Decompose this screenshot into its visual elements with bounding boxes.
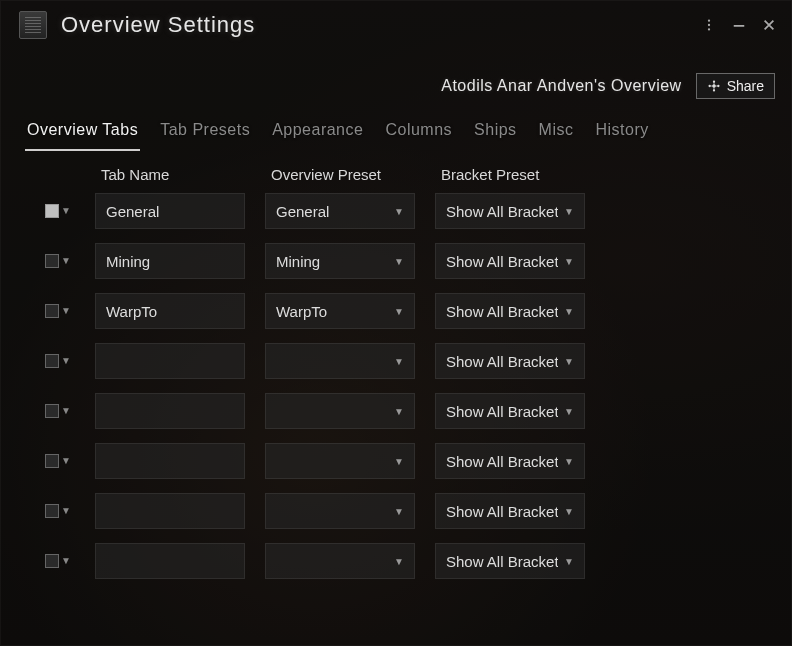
overview-preset-select[interactable]: ▼ bbox=[265, 493, 415, 529]
chevron-down-icon: ▼ bbox=[394, 206, 404, 217]
select-value: Show All Brackets bbox=[446, 503, 558, 520]
chevron-down-icon: ▼ bbox=[564, 506, 574, 517]
color-picker[interactable]: ▼ bbox=[45, 304, 95, 318]
more-options-button[interactable] bbox=[701, 17, 717, 33]
chevron-down-icon: ▼ bbox=[61, 356, 71, 366]
bracket-preset-select[interactable]: Show All Brackets▼ bbox=[435, 293, 585, 329]
overview-settings-window: Overview Settings Atodils Anar Andven's … bbox=[0, 0, 792, 646]
select-value: General bbox=[276, 203, 388, 220]
chevron-down-icon: ▼ bbox=[394, 256, 404, 267]
overview-preset-select[interactable]: ▼ bbox=[265, 543, 415, 579]
bracket-preset-select[interactable]: Show All Brackets▼ bbox=[435, 493, 585, 529]
share-button[interactable]: Share bbox=[696, 73, 775, 99]
chevron-down-icon: ▼ bbox=[61, 456, 71, 466]
select-value: Show All Brackets bbox=[446, 553, 558, 570]
bracket-preset-select[interactable]: Show All Brackets▼ bbox=[435, 543, 585, 579]
tab-history[interactable]: History bbox=[593, 117, 650, 151]
color-swatch bbox=[45, 404, 59, 418]
tab-name-input[interactable] bbox=[95, 343, 245, 379]
tab-ships[interactable]: Ships bbox=[472, 117, 519, 151]
close-button[interactable] bbox=[761, 17, 777, 33]
color-picker[interactable]: ▼ bbox=[45, 204, 95, 218]
bracket-preset-select[interactable]: Show All Brackets▼ bbox=[435, 393, 585, 429]
share-icon bbox=[707, 79, 721, 93]
chevron-down-icon: ▼ bbox=[61, 206, 71, 216]
select-value: Show All Brackets bbox=[446, 403, 558, 420]
tab-name-input[interactable]: General bbox=[95, 193, 245, 229]
rows-container: ▼GeneralGeneral▼Show All Brackets▼▼Minin… bbox=[45, 193, 767, 579]
tab-strip: Overview TabsTab PresetsAppearanceColumn… bbox=[1, 107, 791, 152]
select-value: Show All Brackets bbox=[446, 303, 558, 320]
tab-appearance[interactable]: Appearance bbox=[270, 117, 365, 151]
tab-name-input[interactable] bbox=[95, 543, 245, 579]
tab-name-input[interactable]: Mining bbox=[95, 243, 245, 279]
tab-name-input[interactable] bbox=[95, 393, 245, 429]
chevron-down-icon: ▼ bbox=[564, 556, 574, 567]
table-row: ▼▼Show All Brackets▼ bbox=[45, 493, 767, 529]
chevron-down-icon: ▼ bbox=[564, 256, 574, 267]
table-row: ▼▼Show All Brackets▼ bbox=[45, 343, 767, 379]
chevron-down-icon: ▼ bbox=[61, 256, 71, 266]
chevron-down-icon: ▼ bbox=[394, 406, 404, 417]
select-value: Show All Brackets bbox=[446, 253, 558, 270]
bracket-preset-select[interactable]: Show All Brackets▼ bbox=[435, 193, 585, 229]
color-picker[interactable]: ▼ bbox=[45, 454, 95, 468]
titlebar: Overview Settings bbox=[1, 1, 791, 45]
overview-preset-select[interactable]: ▼ bbox=[265, 393, 415, 429]
table-row: ▼▼Show All Brackets▼ bbox=[45, 443, 767, 479]
svg-point-0 bbox=[708, 19, 710, 21]
chevron-down-icon: ▼ bbox=[564, 356, 574, 367]
color-swatch bbox=[45, 554, 59, 568]
overview-owner-label: Atodils Anar Andven's Overview bbox=[441, 77, 681, 95]
color-swatch bbox=[45, 354, 59, 368]
tab-name-input[interactable]: WarpTo bbox=[95, 293, 245, 329]
share-button-label: Share bbox=[727, 78, 764, 94]
chevron-down-icon: ▼ bbox=[61, 306, 71, 316]
subheader: Atodils Anar Andven's Overview Share bbox=[1, 45, 791, 107]
chevron-down-icon: ▼ bbox=[394, 306, 404, 317]
table-row: ▼▼Show All Brackets▼ bbox=[45, 393, 767, 429]
select-value: Show All Brackets bbox=[446, 353, 558, 370]
select-value: Show All Brackets bbox=[446, 203, 558, 220]
color-picker[interactable]: ▼ bbox=[45, 504, 95, 518]
window-title: Overview Settings bbox=[61, 12, 255, 38]
overview-preset-select[interactable]: Mining▼ bbox=[265, 243, 415, 279]
bracket-preset-select[interactable]: Show All Brackets▼ bbox=[435, 343, 585, 379]
svg-point-1 bbox=[708, 24, 710, 26]
tab-name-input[interactable] bbox=[95, 443, 245, 479]
color-swatch bbox=[45, 504, 59, 518]
overview-preset-select[interactable]: WarpTo▼ bbox=[265, 293, 415, 329]
color-swatch bbox=[45, 304, 59, 318]
chevron-down-icon: ▼ bbox=[61, 406, 71, 416]
color-swatch bbox=[45, 204, 59, 218]
tab-tab-presets[interactable]: Tab Presets bbox=[158, 117, 252, 151]
table-row: ▼MiningMining▼Show All Brackets▼ bbox=[45, 243, 767, 279]
chevron-down-icon: ▼ bbox=[394, 506, 404, 517]
svg-rect-3 bbox=[734, 25, 745, 27]
chevron-down-icon: ▼ bbox=[564, 206, 574, 217]
select-value: WarpTo bbox=[276, 303, 388, 320]
table-row: ▼GeneralGeneral▼Show All Brackets▼ bbox=[45, 193, 767, 229]
minimize-button[interactable] bbox=[731, 17, 747, 33]
window-controls bbox=[701, 17, 777, 33]
bracket-preset-select[interactable]: Show All Brackets▼ bbox=[435, 243, 585, 279]
tab-overview-tabs[interactable]: Overview Tabs bbox=[25, 117, 140, 151]
overview-preset-select[interactable]: ▼ bbox=[265, 343, 415, 379]
tab-columns[interactable]: Columns bbox=[383, 117, 454, 151]
color-picker[interactable]: ▼ bbox=[45, 254, 95, 268]
bracket-preset-select[interactable]: Show All Brackets▼ bbox=[435, 443, 585, 479]
tab-content: Tab Name Overview Preset Bracket Preset … bbox=[1, 152, 791, 593]
tab-name-input[interactable] bbox=[95, 493, 245, 529]
table-row: ▼WarpToWarpTo▼Show All Brackets▼ bbox=[45, 293, 767, 329]
color-picker[interactable]: ▼ bbox=[45, 404, 95, 418]
overview-preset-select[interactable]: General▼ bbox=[265, 193, 415, 229]
column-header-overview-preset: Overview Preset bbox=[265, 166, 435, 183]
color-picker[interactable]: ▼ bbox=[45, 354, 95, 368]
column-headers: Tab Name Overview Preset Bracket Preset bbox=[45, 166, 767, 183]
color-picker[interactable]: ▼ bbox=[45, 554, 95, 568]
overview-preset-select[interactable]: ▼ bbox=[265, 443, 415, 479]
tab-misc[interactable]: Misc bbox=[537, 117, 576, 151]
chevron-down-icon: ▼ bbox=[564, 406, 574, 417]
table-row: ▼▼Show All Brackets▼ bbox=[45, 543, 767, 579]
chevron-down-icon: ▼ bbox=[564, 306, 574, 317]
